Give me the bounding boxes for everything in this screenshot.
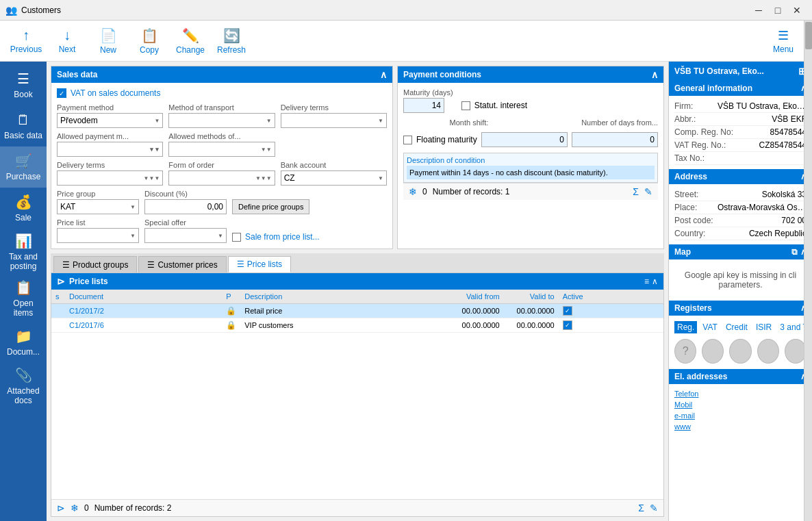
form-of-order-input[interactable]: ▼▼▼	[168, 170, 275, 186]
active-checkbox[interactable]	[563, 320, 572, 330]
statut-interest-checkbox[interactable]	[461, 101, 470, 110]
number-of-days-input[interactable]	[572, 132, 658, 147]
close-button[interactable]: ✕	[787, 3, 807, 17]
address-row: Street: Sokolská 33	[674, 188, 807, 201]
method-of-transport-input[interactable]	[168, 113, 275, 128]
define-price-groups-button[interactable]: Define price groups	[232, 199, 309, 214]
sidebar-item-docum[interactable]: 📁 Docum...	[0, 322, 47, 363]
general-info-body: Firm: VŠB TU Ostrava, Ekonomická ... Abb…	[669, 96, 812, 169]
reg-tab-reg.[interactable]: Reg.	[674, 321, 697, 333]
sidebar-item-book[interactable]: ☰ Book	[0, 64, 47, 105]
menu-icon: ☰	[778, 28, 789, 43]
el-link-www[interactable]: www	[674, 421, 807, 432]
sales-data-title: Sales data	[57, 70, 97, 79]
reg-circle-2[interactable]	[729, 339, 751, 364]
allowed-methods-label: Allowed methods of...	[168, 132, 275, 140]
tab-price-lists[interactable]: ☰ Price lists	[228, 256, 291, 272]
sigma-footer-icon[interactable]: Σ	[638, 503, 644, 513]
copy-button[interactable]: 📋 Copy	[129, 23, 170, 60]
edit-icon[interactable]: ✎	[644, 186, 652, 197]
registers-title: Registers	[674, 303, 712, 313]
payment-conditions-collapse-button[interactable]: ∧	[651, 69, 658, 80]
special-offer-input[interactable]	[144, 228, 227, 243]
vertical-scrollbar[interactable]	[804, 62, 812, 521]
addr-value: Sokolská 33	[762, 190, 807, 199]
sidebar-item-sale[interactable]: 💰 Sale	[0, 188, 47, 229]
sidebar-item-purchase[interactable]: 🛒 Purchase	[0, 147, 47, 188]
info-label: Abbr.:	[674, 114, 696, 124]
delivery-terms2-field: Delivery terms ▼▼▼	[57, 161, 163, 186]
external-link-icon[interactable]: ⧉	[791, 247, 798, 257]
sidebar: ☰ Book 🗒 Basic data 🛒 Purchase 💰 Sale 📊 …	[0, 62, 47, 521]
sidebar-item-attached-docs[interactable]: 📎 Attached docs	[0, 363, 47, 409]
sidebar-item-open-items[interactable]: 📋 Open items	[0, 275, 47, 322]
reg-circle-0[interactable]: ?	[674, 339, 696, 364]
info-value: VŠB TU Ostrava, Ekonomická ...	[718, 101, 807, 111]
el-link-telefon[interactable]: Telefon	[674, 388, 807, 399]
vat-checkbox[interactable]	[57, 88, 66, 98]
discount-input[interactable]: 0,00	[144, 199, 227, 214]
snowflake-icon[interactable]: ❄	[409, 186, 417, 197]
addr-label: Street:	[674, 190, 698, 199]
tab-product-groups[interactable]: ☰ Product groups	[53, 256, 137, 272]
active-checkbox[interactable]	[563, 306, 572, 316]
hamburger-icon[interactable]: ≡	[644, 277, 649, 286]
allowed-methods-input[interactable]: ▼▼	[168, 142, 275, 157]
info-label: Comp. Reg. No:	[674, 127, 733, 137]
next-label: Next	[59, 45, 76, 54]
sale-from-price-list-checkbox[interactable]	[232, 233, 241, 242]
cell-p: 🔒	[222, 318, 240, 333]
filter-icon: ⊳	[57, 276, 65, 287]
map-text: Google api key is missing in cli paramet…	[674, 270, 807, 290]
reg-tab-vat[interactable]: VAT	[700, 321, 720, 333]
open-items-icon: 📋	[15, 279, 32, 296]
month-shift-input[interactable]	[481, 132, 568, 147]
payment-conditions-header: Payment conditions ∧	[398, 66, 663, 83]
reg-tab-3-and t[interactable]: 3 and T	[777, 321, 807, 333]
el-link-mobil[interactable]: Mobil	[674, 399, 807, 410]
delivery-terms2-input[interactable]: ▼▼▼	[57, 170, 163, 186]
next-button[interactable]: ↓ Next	[47, 23, 88, 60]
sigma-icon[interactable]: Σ	[633, 186, 639, 197]
right-panel-title-bar: VŠB TU Ostrava, Eko... ⊞	[669, 62, 812, 81]
floating-maturity-checkbox[interactable]	[403, 136, 412, 144]
delivery-terms-input[interactable]	[281, 113, 387, 128]
info-value: VŠB EKF	[772, 114, 807, 124]
sidebar-item-tax-posting[interactable]: 📊 Tax and posting	[0, 229, 47, 275]
tab-customer-prices[interactable]: ☰ Customer prices	[138, 256, 226, 272]
new-label: New	[100, 45, 116, 55]
price-list-input[interactable]	[57, 228, 139, 243]
reg-tab-credit[interactable]: Credit	[723, 321, 750, 333]
sidebar-item-basic-data[interactable]: 🗒 Basic data	[0, 105, 47, 147]
allowed-payment-input[interactable]: ▼▼	[57, 142, 163, 157]
edit-footer-icon[interactable]: ✎	[650, 503, 658, 513]
general-info-row: Firm: VŠB TU Ostrava, Ekonomická ...	[674, 100, 807, 113]
table-row[interactable]: C1/2017/2 🔒 Retail price 00.00.0000 00.0…	[51, 304, 663, 318]
reg-tab-isir[interactable]: ISIR	[753, 321, 774, 333]
filter-footer-icon[interactable]: ⊳	[57, 503, 65, 513]
el-link-e-mail[interactable]: e-mail	[674, 410, 807, 421]
reg-circle-1[interactable]	[702, 339, 724, 364]
sales-data-collapse-button[interactable]: ∧	[380, 69, 387, 80]
refresh-button[interactable]: 🔄 Refresh	[211, 23, 252, 60]
previous-button[interactable]: ↑ Previous	[5, 23, 47, 60]
maturity-input[interactable]	[403, 98, 444, 113]
menu-button[interactable]: ☰ Menu	[763, 23, 804, 60]
payment-method-input[interactable]: Převodem	[57, 113, 163, 128]
minimize-button[interactable]: ─	[749, 3, 768, 17]
description-condition: Description of condition Payment within …	[403, 153, 658, 183]
bank-account-input[interactable]: CZ	[281, 170, 387, 186]
maximize-button[interactable]: □	[768, 3, 787, 17]
change-button[interactable]: ✏️ Change	[170, 23, 211, 60]
reg-circle-3[interactable]	[757, 339, 779, 364]
map-header: Map ⧉ ∧	[669, 244, 812, 259]
refresh-icon: 🔄	[223, 27, 240, 44]
price-group-input[interactable]: KAT	[57, 199, 139, 214]
table-row[interactable]: C1/2017/6 🔒 VIP customers 00.00.0000 00.…	[51, 318, 663, 333]
new-button[interactable]: 📄 New	[88, 23, 129, 60]
col-p: P	[222, 290, 240, 304]
docum-icon: 📁	[15, 328, 32, 344]
snowflake-footer-icon[interactable]: ❄	[71, 503, 79, 513]
info-label: VAT Reg. No.:	[674, 140, 726, 150]
price-lists-collapse-button[interactable]: ∧	[652, 277, 658, 286]
